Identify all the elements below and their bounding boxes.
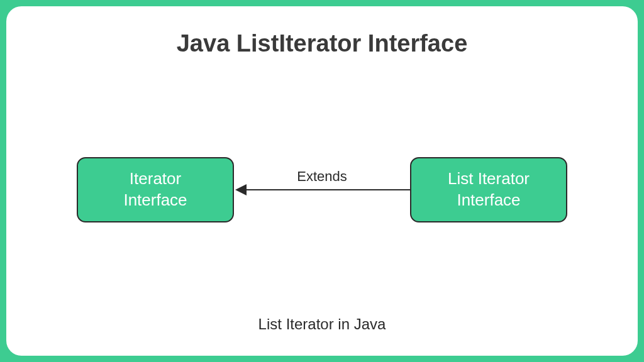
- box-label-line: Iterator: [130, 168, 181, 190]
- arrow-line: [245, 189, 410, 190]
- arrow-label: Extends: [293, 168, 351, 185]
- box-label-line: Interface: [457, 190, 520, 211]
- diagram-frame: Java ListIterator Interface Iterator Int…: [6, 6, 638, 356]
- box-label-line: Interface: [123, 190, 187, 211]
- list-iterator-interface-box: List Iterator Interface: [410, 157, 567, 222]
- page-title: Java ListIterator Interface: [177, 30, 468, 57]
- extends-arrow: Extends: [234, 165, 410, 215]
- caption: List Iterator in Java: [6, 315, 638, 333]
- iterator-interface-box: Iterator Interface: [77, 157, 234, 222]
- diagram-area: Iterator Interface Extends List Iterator…: [6, 157, 638, 222]
- box-label-line: List Iterator: [448, 168, 530, 190]
